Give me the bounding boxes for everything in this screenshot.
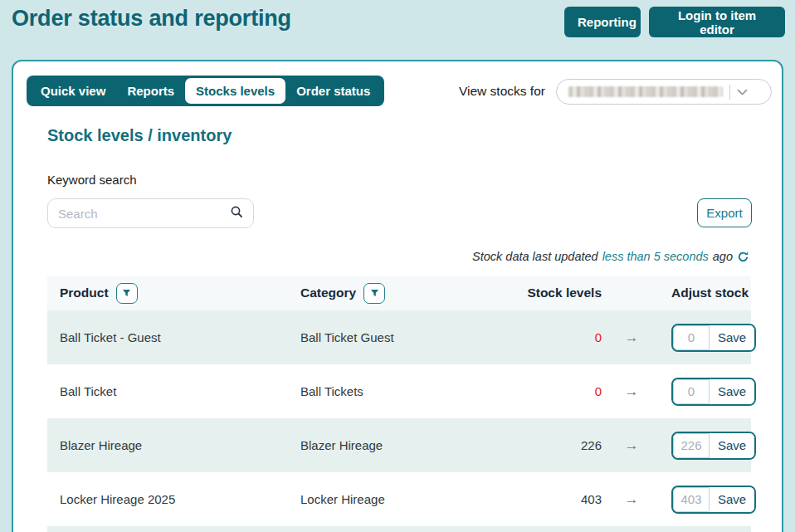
category-cell: Ball Ticket Guest <box>300 330 490 344</box>
chevron-down-icon <box>737 85 748 100</box>
adjust-stock-cell: Save <box>661 378 756 406</box>
column-header-stock-levels: Stock levels <box>490 286 602 300</box>
column-header-adjust-stock: Adjust stock <box>661 286 751 300</box>
tab-stocks-levels[interactable]: Stocks levels <box>185 78 285 104</box>
adjust-stock-group: Save <box>671 432 756 460</box>
product-cell: Ball Ticket - Guest <box>47 330 300 344</box>
table-header: Product Category Stock levels Adjust sto… <box>47 276 751 310</box>
adjust-stock-cell: Save <box>661 432 756 460</box>
save-button[interactable]: Save <box>710 433 754 458</box>
tab-bar: Quick viewReportsStocks levelsOrder stat… <box>27 76 384 106</box>
category-cell: Ball Tickets <box>300 384 490 398</box>
adjust-stock-cell: Save <box>661 486 756 514</box>
stock-level-value: 0 <box>490 330 602 344</box>
table-row: Blazer Hireage Blazer Hireage 226 → Save <box>47 418 751 472</box>
product-cell: Blazer Hireage <box>47 438 300 452</box>
keyword-search-label: Keyword search <box>47 173 137 187</box>
category-filter-icon[interactable] <box>363 283 385 304</box>
stock-table: Product Category Stock levels Adjust sto… <box>47 276 751 532</box>
product-header-label: Product <box>60 286 109 300</box>
category-header-label: Category <box>300 286 356 300</box>
tab-quick-view[interactable]: Quick view <box>30 78 116 104</box>
status-highlight: less than 5 seconds <box>602 250 709 263</box>
adjust-stock-input[interactable] <box>673 487 710 512</box>
tab-reports[interactable]: Reports <box>116 78 185 104</box>
search-input[interactable] <box>58 207 230 221</box>
page: Order status and reporting Reporting Log… <box>0 0 795 532</box>
column-header-product: Product <box>47 283 300 304</box>
arrow-right-icon: → <box>602 383 661 400</box>
adjust-stock-cell: Save <box>661 324 756 352</box>
section-title: Stock levels / inventory <box>47 126 232 145</box>
status-suffix: ago <box>713 250 733 263</box>
search-field <box>47 198 254 228</box>
arrow-right-icon: → <box>602 329 661 346</box>
save-button[interactable]: Save <box>710 379 754 404</box>
product-cell: Ball Ticket <box>47 384 300 398</box>
table-row: Locker Hireage 2025 Locker Hireage 403 →… <box>47 472 751 526</box>
stock-updated-status: Stock data last updated less than 5 seco… <box>472 250 749 263</box>
search-icon[interactable] <box>230 205 243 222</box>
adjust-stock-group: Save <box>671 324 756 352</box>
product-filter-icon[interactable] <box>116 283 138 304</box>
refresh-icon[interactable] <box>737 251 749 263</box>
reporting-button[interactable]: Reporting <box>564 7 641 37</box>
table-row: Ball Ticket - Guest Ball Ticket Guest 0 … <box>47 310 751 364</box>
table-row-partial <box>47 526 751 532</box>
category-cell: Blazer Hireage <box>300 438 490 452</box>
page-title: Order status and reporting <box>12 6 291 32</box>
product-cell: Locker Hireage 2025 <box>47 492 300 506</box>
table-body: Ball Ticket - Guest Ball Ticket Guest 0 … <box>47 310 751 532</box>
save-button[interactable]: Save <box>710 325 754 350</box>
adjust-stock-group: Save <box>671 378 756 406</box>
view-stocks-select[interactable] <box>556 79 772 105</box>
select-divider <box>729 85 730 100</box>
adjust-stock-input[interactable] <box>673 433 710 458</box>
arrow-right-icon: → <box>602 491 661 508</box>
column-header-category: Category <box>300 283 490 304</box>
status-prefix: Stock data last updated <box>472 250 598 263</box>
login-item-editor-button[interactable]: Login to item editor <box>649 7 785 37</box>
main-panel: Quick viewReportsStocks levelsOrder stat… <box>12 60 783 532</box>
adjust-stock-group: Save <box>671 486 756 514</box>
stock-level-value: 0 <box>490 384 602 398</box>
export-button[interactable]: Export <box>697 198 752 227</box>
table-row: Ball Ticket Ball Tickets 0 → Save <box>47 364 751 418</box>
stock-level-value: 403 <box>490 492 602 506</box>
category-cell: Locker Hireage <box>300 492 490 506</box>
arrow-right-icon: → <box>602 437 661 454</box>
view-stocks-label: View stocks for <box>459 84 545 99</box>
view-stocks-selected-value-redacted <box>568 86 723 97</box>
adjust-stock-input[interactable] <box>673 325 710 350</box>
save-button[interactable]: Save <box>710 487 754 512</box>
adjust-stock-input[interactable] <box>673 379 710 404</box>
stock-level-value: 226 <box>490 438 602 452</box>
tab-order-status[interactable]: Order status <box>285 78 381 104</box>
